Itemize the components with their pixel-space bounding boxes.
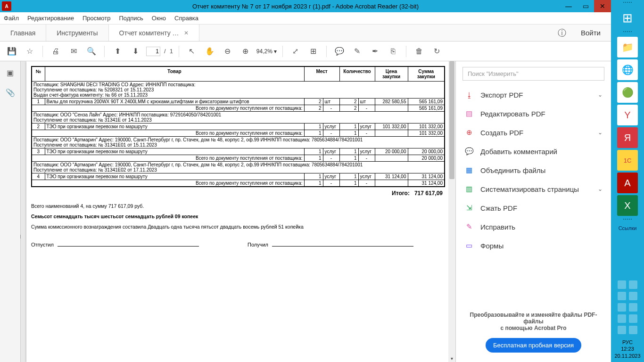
menu-window[interactable]: Окно — [152, 15, 166, 22]
tool-fix[interactable]: ✎Исправить — [456, 217, 611, 236]
menu-sign[interactable]: Подпись — [119, 15, 143, 22]
menu-edit[interactable]: Редактирование — [27, 15, 74, 22]
tray-icon[interactable] — [618, 326, 626, 334]
page-sep: / — [164, 48, 166, 55]
tool-export-pdf[interactable]: ⭳Экспорт PDF⌄ — [456, 85, 611, 104]
tray-icon[interactable] — [629, 326, 637, 334]
pdf-page: №ТоварМестКоличествоЦена закупкиСумма за… — [26, 61, 450, 362]
chevron-down-icon: ⌄ — [598, 129, 603, 136]
print-icon[interactable]: 🖨 — [49, 44, 63, 58]
star-icon[interactable]: ☆ — [23, 44, 37, 58]
os-taskbar: ⊞ 📁 🌐 🟢 Y Я 1C A X Ссылки РУС 12:23 20.1… — [611, 0, 644, 362]
mail-icon[interactable]: ✉ — [66, 44, 81, 58]
document-area[interactable]: №ТоварМестКоличествоЦена закупкиСумма за… — [21, 61, 455, 362]
titlebar: A Отчет комитенту № 7 от 17 ноября 2023 … — [0, 0, 611, 12]
menu-view[interactable]: Просмотр — [83, 15, 110, 22]
organize-icon: ▥ — [464, 184, 474, 194]
tab-document[interactable]: Отчет комитенту … ✕ — [109, 25, 199, 41]
tab-home[interactable]: Главная — [0, 25, 46, 41]
combine-icon: ▦ — [464, 165, 474, 175]
save-icon[interactable]: 💾 — [5, 44, 19, 58]
chevron-down-icon: ⌄ — [598, 91, 603, 98]
chevron-down-icon: ⌄ — [598, 186, 603, 192]
tool-add-comment[interactable]: 💬Добавить комментарий — [456, 142, 611, 161]
pointer-icon[interactable]: ↖ — [185, 44, 199, 58]
search-icon[interactable]: 🔍 — [84, 44, 99, 58]
tab-tools[interactable]: Инструменты — [46, 25, 108, 41]
tool-forms[interactable]: ▭Формы — [456, 236, 611, 255]
tool-compress[interactable]: ⇲Сжать PDF — [456, 198, 611, 217]
tray-icon[interactable] — [629, 292, 637, 300]
edit-icon: ▤ — [464, 109, 474, 118]
promo-text2: с помощью Acrobat Pro — [465, 325, 602, 331]
system-tray[interactable] — [615, 278, 640, 337]
maximize-button[interactable]: ▭ — [577, 0, 594, 12]
minimize-button[interactable]: ― — [560, 0, 577, 12]
page-up-icon[interactable]: ⬆ — [110, 44, 124, 58]
tab-home-label: Главная — [10, 29, 35, 37]
tray-icon[interactable] — [618, 280, 626, 289]
export-icon: ⭳ — [464, 90, 474, 99]
tray-icon[interactable] — [618, 292, 626, 300]
highlight-icon[interactable]: ✎ — [350, 44, 364, 58]
scrollbar-vertical[interactable]: ▾ — [448, 61, 455, 362]
zoom-out-icon[interactable]: ⊖ — [221, 44, 235, 58]
clock[interactable]: РУС 12:23 20.11.2023 — [614, 337, 640, 362]
page-input[interactable] — [146, 47, 160, 56]
comment-tool-icon: 💬 — [464, 147, 474, 156]
tool-combine[interactable]: ▦Объединить файлы — [456, 161, 611, 180]
scroll-down-icon[interactable]: ▾ — [448, 356, 455, 361]
tool-edit-pdf[interactable]: ▤Редактировать PDF — [456, 104, 611, 123]
date: 20.11.2023 — [614, 353, 640, 359]
yandex-disk-icon[interactable]: Я — [617, 127, 638, 148]
promo-cta-button[interactable]: Бесплатная пробная версия — [486, 338, 581, 353]
rotate-icon[interactable]: ↻ — [430, 44, 444, 58]
tray-icon[interactable] — [629, 303, 637, 312]
page-down-icon[interactable]: ⬇ — [128, 44, 142, 58]
zoom-value[interactable]: 94,2% ▾ — [256, 48, 277, 55]
links-label: Ссылки — [619, 225, 637, 231]
close-button[interactable]: ✕ — [594, 0, 611, 12]
tab-close-icon[interactable]: ✕ — [184, 30, 189, 36]
signin-button[interactable]: Войти — [570, 25, 611, 41]
explorer-icon[interactable]: 📁 — [617, 37, 638, 58]
time: 12:23 — [614, 346, 640, 352]
tray-icon[interactable] — [618, 303, 626, 312]
start-icon[interactable]: ⊞ — [617, 8, 638, 28]
stamp-icon[interactable]: ⎘ — [386, 44, 400, 58]
sign-icon[interactable]: ✒ — [368, 44, 382, 58]
comment-icon[interactable]: 💬 — [332, 44, 347, 58]
menu-file[interactable]: Файл — [4, 15, 19, 22]
tab-tools-label: Инструменты — [57, 29, 98, 37]
window-title: Отчет комитенту № 7 от 17 ноября 2023 г … — [0, 3, 611, 10]
chevron-down-icon: ▾ — [274, 48, 277, 55]
attachments-icon[interactable]: 📎 — [4, 86, 17, 99]
tray-icon[interactable] — [629, 280, 637, 289]
tool-create-pdf[interactable]: ⊕Создать PDF⌄ — [456, 123, 611, 142]
zoom-in-icon[interactable]: ⊕ — [239, 44, 253, 58]
acrobat-icon[interactable]: A — [617, 173, 638, 193]
tray-icon[interactable] — [618, 314, 626, 323]
help-icon[interactable]: ⓘ — [553, 25, 570, 41]
tray-icon[interactable] — [629, 314, 637, 323]
toolbar: 💾 ☆ 🖨 ✉ 🔍 ⬆ ⬇ / 1 ↖ ✋ ⊖ ⊕ 94,2% ▾ ⤢ ⊞ 💬 … — [0, 41, 611, 61]
fit-page-icon[interactable]: ⊞ — [306, 44, 321, 58]
delete-icon[interactable]: 🗑 — [412, 44, 426, 58]
chrome-icon[interactable]: 🟢 — [617, 82, 638, 103]
yandex-icon[interactable]: Y — [617, 105, 638, 125]
menu-help[interactable]: Справка — [174, 15, 198, 22]
scrollbar-thumb[interactable] — [449, 61, 454, 179]
hand-icon[interactable]: ✋ — [203, 44, 217, 58]
fix-icon: ✎ — [464, 222, 474, 231]
promo-block: Преобразовывайте и изменяйте файлы PDF-ф… — [456, 304, 611, 362]
compress-icon: ⇲ — [464, 203, 474, 213]
app1-icon[interactable]: 🌐 — [617, 59, 638, 80]
1c-icon[interactable]: 1C — [617, 150, 638, 171]
search-tools-input[interactable]: Поиск "Измерить" — [462, 67, 604, 81]
tool-organize[interactable]: ▥Систематизировать страницы⌄ — [456, 180, 611, 198]
thumbnails-icon[interactable]: ▣ — [4, 66, 17, 79]
fit-width-icon[interactable]: ⤢ — [289, 44, 303, 58]
forms-icon: ▭ — [464, 241, 474, 250]
excel-icon[interactable]: X — [617, 195, 638, 216]
app-icon: A — [2, 1, 11, 11]
